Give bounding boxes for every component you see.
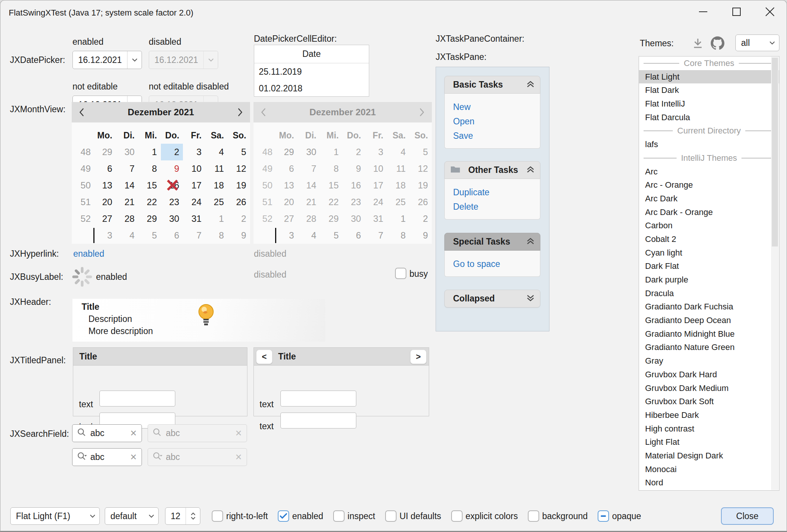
close-button[interactable]: Close bbox=[721, 507, 774, 525]
day-cell[interactable]: 8 bbox=[139, 160, 161, 177]
theme-list-item[interactable]: Cyan light bbox=[639, 246, 779, 260]
clear-icon[interactable]: ✕ bbox=[130, 428, 137, 438]
theme-list-item[interactable]: Dark Flat bbox=[639, 259, 779, 273]
day-cell[interactable]: 2 bbox=[228, 210, 250, 227]
theme-list-item[interactable]: Hiberbee Dark bbox=[639, 408, 779, 422]
day-cell[interactable]: 13 bbox=[94, 177, 116, 194]
day-cell[interactable]: 24 bbox=[183, 194, 205, 210]
taskpane-link-delete[interactable]: Delete bbox=[445, 199, 540, 214]
celleditor-table[interactable]: Date 25.11.201901.02.2018 bbox=[254, 45, 369, 97]
celleditor-row[interactable]: 25.11.2019 bbox=[254, 63, 369, 80]
day-cell[interactable]: 28 bbox=[116, 210, 139, 227]
enabled-checkbox[interactable] bbox=[278, 510, 289, 522]
theme-list-item[interactable]: Nord bbox=[639, 476, 779, 490]
opaque-checkbox[interactable] bbox=[598, 510, 609, 522]
themes-list[interactable]: Core ThemesFlat LightFlat DarkFlat Intel… bbox=[639, 56, 779, 491]
inspect-checkbox[interactable] bbox=[333, 510, 345, 522]
scrollbar-thumb[interactable] bbox=[772, 58, 778, 246]
theme-list-item[interactable]: Gruvbox Dark Medium bbox=[639, 381, 779, 395]
day-cell[interactable]: 21 bbox=[116, 194, 139, 210]
download-icon[interactable] bbox=[692, 38, 704, 50]
day-cell[interactable]: 14 bbox=[116, 177, 139, 194]
day-cell[interactable]: 1 bbox=[139, 144, 161, 160]
themes-scrollbar[interactable] bbox=[771, 57, 779, 490]
taskpane-link-open[interactable]: Open bbox=[445, 114, 540, 129]
titledpanel-back-button[interactable]: < bbox=[256, 350, 272, 364]
theme-list-item[interactable]: Flat Dark bbox=[639, 83, 779, 97]
datepicker-dropdown-button[interactable] bbox=[127, 51, 142, 69]
day-cell[interactable]: 12 bbox=[228, 160, 250, 177]
right-to-left-checkbox[interactable] bbox=[212, 510, 223, 522]
day-cell[interactable]: 6 bbox=[161, 227, 183, 244]
day-cell[interactable]: 7 bbox=[116, 160, 139, 177]
day-cell[interactable]: 29 bbox=[139, 210, 161, 227]
themes-filter-combo[interactable]: all bbox=[735, 35, 779, 51]
search-value[interactable]: abc bbox=[90, 428, 127, 438]
day-cell[interactable]: 30 bbox=[161, 210, 183, 227]
taskpane-link-save[interactable]: Save bbox=[445, 129, 540, 143]
day-cell[interactable]: 3 bbox=[94, 227, 116, 244]
hyperlink-enabled[interactable]: enabled bbox=[73, 249, 104, 259]
day-cell[interactable]: 22 bbox=[139, 194, 161, 210]
day-cell[interactable]: 30 bbox=[116, 144, 139, 160]
day-cell[interactable]: 1 bbox=[205, 210, 228, 227]
theme-list-item[interactable]: Arc Dark bbox=[639, 192, 779, 206]
datepicker-enabled[interactable]: 16.12.2021 bbox=[72, 51, 142, 69]
day-cell[interactable]: 5 bbox=[139, 227, 161, 244]
day-cell[interactable]: 4 bbox=[205, 144, 228, 160]
monthview-prev-button[interactable] bbox=[72, 108, 91, 117]
taskpane-link-new[interactable]: New bbox=[445, 100, 540, 114]
theme-list-item[interactable]: Gradianto Deep Ocean bbox=[639, 314, 779, 327]
day-cell[interactable]: 23 bbox=[161, 194, 183, 210]
theme-list-item[interactable]: High contrast bbox=[639, 422, 779, 436]
theme-list-item[interactable]: Flat Darcula bbox=[639, 111, 779, 124]
explicit-colors-checkbox[interactable] bbox=[451, 510, 463, 522]
taskpane-link-duplicate[interactable]: Duplicate bbox=[445, 185, 540, 199]
theme-list-item[interactable]: Flat IntelliJ bbox=[639, 97, 779, 111]
searchfield-dropdown-enabled[interactable]: abc✕ bbox=[72, 448, 142, 466]
collapse-toggle[interactable] bbox=[526, 293, 535, 304]
theme-list-item[interactable]: Carbon bbox=[639, 219, 779, 232]
font-size-spinner[interactable]: 12 bbox=[165, 507, 200, 525]
day-cell[interactable]: 4 bbox=[116, 227, 139, 244]
day-cell[interactable]: 27 bbox=[94, 210, 116, 227]
day-cell[interactable]: 5 bbox=[228, 144, 250, 160]
day-cell[interactable]: 16✕ bbox=[161, 177, 183, 194]
day-cell[interactable]: 2 bbox=[161, 144, 183, 160]
theme-list-item[interactable]: Arc - Orange bbox=[639, 178, 779, 192]
monthview-enabled[interactable]: Dezember 2021Mo.Di.Mi.Do.Fr.Sa.So.482930… bbox=[72, 102, 250, 244]
day-cell[interactable]: 17 bbox=[183, 177, 205, 194]
style-combo[interactable]: default bbox=[105, 507, 159, 525]
day-cell[interactable]: 3 bbox=[183, 144, 205, 160]
celleditor-row[interactable]: 01.02.2018 bbox=[254, 80, 369, 97]
theme-list-item[interactable]: Flat Light bbox=[639, 70, 779, 84]
theme-list-item[interactable]: Gradianto Nature Green bbox=[639, 341, 779, 354]
monthview-next-button[interactable] bbox=[230, 108, 250, 117]
collapse-toggle[interactable] bbox=[526, 165, 535, 175]
search-value[interactable]: abc bbox=[90, 452, 127, 462]
laf-combo[interactable]: Flat Light (F1) bbox=[10, 507, 100, 525]
searchfield-enabled[interactable]: abc✕ bbox=[72, 424, 142, 442]
text-input[interactable] bbox=[280, 391, 356, 406]
day-cell[interactable]: 25 bbox=[205, 194, 228, 210]
day-cell[interactable]: 15 bbox=[139, 177, 161, 194]
day-cell[interactable]: 9 bbox=[161, 160, 183, 177]
theme-list-item[interactable]: Dracula bbox=[639, 287, 779, 300]
day-cell[interactable]: 11 bbox=[205, 160, 228, 177]
day-cell[interactable]: 19 bbox=[228, 177, 250, 194]
spinner-buttons[interactable] bbox=[186, 508, 200, 524]
theme-list-item[interactable]: lafs bbox=[639, 138, 779, 151]
day-cell[interactable]: 6 bbox=[94, 160, 116, 177]
taskpane-titlebar[interactable]: Special Tasks bbox=[444, 233, 540, 251]
busy-checkbox[interactable] bbox=[395, 268, 406, 279]
theme-list-item[interactable]: Gruvbox Dark Soft bbox=[639, 395, 779, 408]
theme-list-item[interactable]: Gradianto Dark Fuchsia bbox=[639, 300, 779, 314]
collapse-toggle[interactable] bbox=[526, 80, 535, 90]
taskpane-titlebar[interactable]: Collapsed bbox=[444, 290, 540, 308]
day-cell[interactable]: 31 bbox=[183, 210, 205, 227]
day-cell[interactable]: 20 bbox=[94, 194, 116, 210]
collapse-toggle[interactable] bbox=[526, 237, 535, 247]
theme-list-item[interactable]: Material Design Dark bbox=[639, 449, 779, 463]
github-icon[interactable] bbox=[711, 36, 724, 50]
close-window-button[interactable] bbox=[753, 0, 787, 23]
